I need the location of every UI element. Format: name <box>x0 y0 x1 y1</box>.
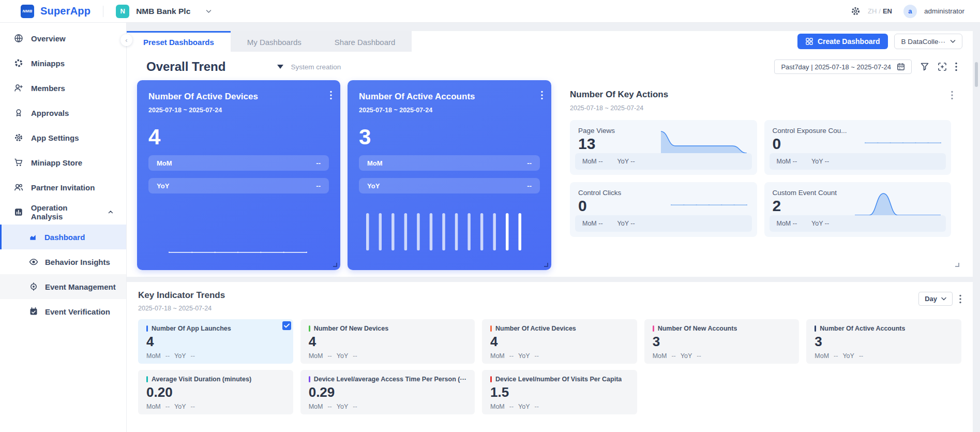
flat-sparkline <box>864 130 942 153</box>
lang-en[interactable]: EN <box>883 7 892 15</box>
indicator-card-active-accounts[interactable]: Number Of Active Accounts 3 MoM--YoY-- <box>806 319 961 364</box>
tile-page-views: Page Views 13 MoM -- YoY -- <box>570 120 757 175</box>
tile-custom-event-count: Custom Event Count 2 MoM -- YoY -- <box>764 182 952 237</box>
fullscreen-expand-icon[interactable] <box>938 62 947 71</box>
chevron-down-icon <box>950 39 956 43</box>
card-kebab-icon[interactable] <box>541 91 543 102</box>
sidebar-item-miniapp-store[interactable]: Miniapp Store <box>0 150 126 175</box>
mom-value: MoM -- <box>777 158 797 165</box>
dashboard-tabs: Preset Dashboards My Dashboards Share Da… <box>127 31 973 52</box>
series-color-marker <box>490 325 492 332</box>
indicator-card-active-devices[interactable]: Number Of Active Devices 4 MoM--YoY-- <box>482 319 637 364</box>
mom-yoy-row: MoM--YoY-- <box>309 403 466 410</box>
card-kebab-icon[interactable] <box>330 91 332 102</box>
vertical-scrollbar-thumb[interactable] <box>975 62 978 87</box>
more-options-kebab-icon[interactable] <box>955 62 957 71</box>
create-dashboard-button[interactable]: Create Dashboard <box>797 34 888 49</box>
indicator-card-visits-per-capita[interactable]: Device Level/number Of Visits Per Capita… <box>482 370 637 414</box>
yoy-value: YoY -- <box>617 158 635 165</box>
bar-chart-icon <box>14 207 23 217</box>
cart-icon <box>14 158 23 167</box>
yoy-value: -- <box>316 182 321 190</box>
sidebar-item-members[interactable]: Members <box>0 76 126 100</box>
sidebar-item-app-settings[interactable]: App Settings <box>0 125 126 150</box>
mom-row: MoM -- <box>148 155 329 171</box>
yoy-row: YoY -- <box>148 178 329 193</box>
card-kebab-icon[interactable] <box>951 91 953 102</box>
indicator-card-avg-visit-duration[interactable]: Average Visit Duration (minutes) 0.20 Mo… <box>138 370 293 414</box>
sidebar-item-dashboard[interactable]: Dashboard <box>0 225 126 249</box>
sidebar-item-label: Miniapp Store <box>31 158 82 167</box>
card-title: Number Of Key Actions <box>570 90 951 100</box>
sidebar-item-partner-invitation[interactable]: Partner Invitation <box>0 175 126 200</box>
trend-header: Overall Trend System creation Past7day |… <box>127 52 973 80</box>
resize-handle[interactable] <box>544 263 548 267</box>
card-value: 3 <box>359 126 540 148</box>
settings-gear-icon[interactable] <box>851 6 861 16</box>
sidebar-item-event-management[interactable]: Event Management <box>0 274 126 299</box>
sidebar-item-label: Behavior Insights <box>45 258 110 266</box>
collapse-triangle-icon[interactable] <box>277 65 283 69</box>
indicator-value: 3 <box>653 335 791 348</box>
checkbox-checked[interactable] <box>282 321 291 330</box>
lang-zh[interactable]: ZH <box>868 7 877 15</box>
globe-icon <box>14 34 23 43</box>
data-collection-dropdown[interactable]: B DataColle··· <box>894 34 962 49</box>
tenant-name: NMB Bank Plc <box>136 7 190 16</box>
mom-value: -- <box>316 159 321 167</box>
page-title: Overall Trend <box>146 59 225 74</box>
resize-handle[interactable] <box>955 263 959 267</box>
sidebar-item-label: Partner Invitation <box>31 183 95 192</box>
mom-yoy-row: MoM -- YoY -- <box>770 215 946 232</box>
date-range-label: Past7day | 2025-07-18 ~ 2025-07-24 <box>781 63 891 71</box>
more-options-kebab-icon[interactable] <box>959 294 961 304</box>
sidebar-item-behavior-insights[interactable]: Behavior Insights <box>0 249 126 274</box>
granularity-select[interactable]: Day <box>918 292 953 306</box>
section-date-range: 2025-07-18 ~ 2025-07-24 <box>138 305 225 312</box>
sidebar: Overview Miniapps Members Approvals App … <box>0 23 127 432</box>
tab-my-dashboards[interactable]: My Dashboards <box>231 31 318 52</box>
mom-label: MoM <box>367 159 383 167</box>
indicator-card-avg-access-time[interactable]: Device Level/average Access Time Per Per… <box>300 370 475 414</box>
tab-preset-dashboards[interactable]: Preset Dashboards <box>127 31 231 52</box>
card-date-range: 2025-07-18 ~ 2025-07-24 <box>570 105 951 112</box>
sidebar-collapse-button[interactable]: ‹ <box>120 34 132 46</box>
sidebar-item-approvals[interactable]: Approvals <box>0 100 126 125</box>
mom-label: MoM <box>157 159 172 167</box>
mom-yoy-row: MoM -- YoY -- <box>770 153 946 170</box>
mom-yoy-row: MoM--YoY-- <box>653 352 791 360</box>
mom-value: -- <box>527 159 532 167</box>
calendar-check-icon <box>29 307 38 316</box>
indicator-card-new-devices[interactable]: Number Of New Devices 4 MoM--YoY-- <box>300 319 475 364</box>
approval-seal-icon <box>14 108 23 117</box>
user-avatar[interactable]: a <box>903 5 917 18</box>
indicator-card-new-accounts[interactable]: Number Of New Accounts 3 MoM--YoY-- <box>644 319 800 364</box>
tab-share-dashboard[interactable]: Share Dashboard <box>318 31 412 52</box>
language-switcher[interactable]: ZH / EN <box>868 7 892 15</box>
area-sparkline <box>854 192 942 216</box>
series-color-marker <box>309 376 310 382</box>
user-name[interactable]: administrator <box>924 7 964 15</box>
section-title: Key Indicator Trends <box>138 290 225 301</box>
date-range-picker[interactable]: Past7day | 2025-07-18 ~ 2025-07-24 <box>774 59 912 74</box>
chevron-down-icon <box>206 9 212 13</box>
indicator-card-app-launches[interactable]: Number Of App Launches 4 MoM--YoY-- <box>138 319 293 364</box>
tenant-switcher[interactable]: N NMB Bank Plc <box>116 5 212 18</box>
series-color-marker <box>146 325 148 332</box>
key-actions-card: Number Of Key Actions 2025-07-18 ~ 2025-… <box>559 80 962 270</box>
mom-yoy-row: MoM--YoY-- <box>815 352 953 360</box>
sidebar-item-event-verification[interactable]: Event Verification <box>0 299 126 324</box>
sidebar-item-miniapps[interactable]: Miniapps <box>0 51 126 76</box>
sidebar-item-label: App Settings <box>31 133 79 142</box>
sidebar-item-overview[interactable]: Overview <box>0 26 126 51</box>
card-date-range: 2025-07-18 ~ 2025-07-24 <box>148 107 329 114</box>
key-indicator-trends-panel: Key Indicator Trends 2025-07-18 ~ 2025-0… <box>127 282 973 432</box>
resize-handle[interactable] <box>333 263 337 267</box>
indicator-value: 4 <box>490 335 629 348</box>
sidebar-item-operation-analysis[interactable]: Operation Analysis <box>0 200 126 225</box>
divider <box>103 6 103 17</box>
active-devices-card: Number Of Active Devices 2025-07-18 ~ 20… <box>137 80 340 270</box>
filter-funnel-icon[interactable] <box>920 62 929 71</box>
lang-separator: / <box>879 7 881 15</box>
series-color-marker <box>309 325 310 332</box>
